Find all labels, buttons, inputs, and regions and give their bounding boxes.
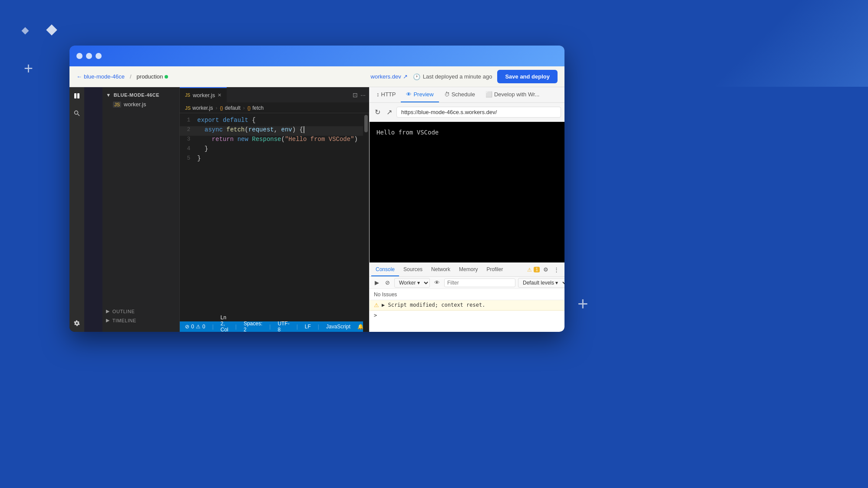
editor-scrollbar[interactable] [363,113,369,332]
line-code-1[interactable]: export default { [197,117,255,124]
status-encoding: UTF-8 [277,321,289,332]
status-language: JavaScript [326,324,350,330]
breadcrumb-fetch: {} fetch [248,105,264,111]
develop-icon: ⬜ [485,91,492,98]
devtools-panel: ↕ HTTP 👁 Preview ⏱ Schedule ⬜ Develop wi… [369,87,564,332]
console-tab-network[interactable]: Network [427,263,455,276]
console-stop-button[interactable]: ⊘ [383,278,392,287]
console-more-button[interactable]: ⋮ [552,265,561,274]
devtools-tab-preview[interactable]: 👁 Preview [401,87,439,102]
nav-back-link[interactable]: ← blue-mode-46ce [76,73,125,80]
status-sep-5: | [318,324,319,330]
code-line-1: 1 export default { [180,117,369,126]
console-tab-actions: ⚠ 1 ⚙ ⋮ [525,263,563,276]
console-tab-memory[interactable]: Memory [455,263,482,276]
line-code-2[interactable]: async fetch(request, env) { [197,126,308,133]
tab-filename: worker.js [193,92,215,98]
main-window: ← blue-mode-46ce / production workers.de… [69,46,564,332]
console-settings-button[interactable]: ⚙ [541,265,550,274]
console-play-button[interactable]: ▶ [373,278,381,287]
sidebar-icon-search[interactable] [72,108,82,118]
console-message-warning: ⚠ ▶ Script modified; context reset. [370,300,564,311]
console-eye-button[interactable]: 👁 [432,278,442,287]
error-count: 0 [191,324,194,330]
warning-badge: 1 [534,267,540,272]
error-icon: ⊘ [185,324,189,330]
url-input[interactable] [396,107,561,118]
sidebar-icon-explorer[interactable] [72,91,82,101]
timeline-section[interactable]: ▶ TIMELINE [106,316,176,325]
nav-project-name[interactable]: blue-mode-46ce [84,73,125,80]
console-panel: Console Sources Network Memory Profiler [370,262,564,332]
clock-icon: 🕐 [413,73,420,80]
line-code-3[interactable]: return new Response("Hello from VSCode") [197,136,358,143]
devtools-urlbar: ↻ ↗ [370,103,564,122]
http-label: HTTP [381,91,396,98]
outline-label: OUTLINE [112,309,135,314]
devtools-tab-http[interactable]: ↕ HTTP [371,87,401,102]
profiler-tab-label: Profiler [486,266,503,272]
warning-icon: ⚠ [196,324,201,330]
js-file-icon: JS [113,102,121,108]
scrollbar-thumb[interactable] [364,115,368,132]
console-message-text: ▶ Script modified; context reset. [382,302,485,308]
more-actions-icon[interactable]: ··· [360,92,366,98]
split-editor-icon[interactable]: ⊡ [353,92,358,98]
console-toolbar: ▶ ⊘ Worker ▾ 👁 Default levels ▾ ⚙ [370,277,564,289]
line-code-5[interactable]: } [197,155,201,162]
console-filter-input[interactable] [444,278,515,287]
line-code-4[interactable]: } [197,145,208,152]
main-content: ▼ BLUE-MODE-46CE JS worker.js ▶ OUTLINE … [69,87,564,332]
status-eol: LF [305,324,311,330]
workers-dev-link[interactable]: workers.dev ↗ [371,73,408,80]
traffic-light-green [96,53,102,59]
tab-close-button[interactable]: ✕ [218,92,221,98]
status-sep-3: | [269,324,271,330]
devtools-top-tabs: ↕ HTTP 👁 Preview ⏱ Schedule ⬜ Develop wi… [370,87,564,103]
save-deploy-button[interactable]: Save and deploy [497,70,558,83]
svg-point-2 [75,111,78,115]
status-sep-4: | [297,324,298,330]
folder-blue-mode[interactable]: ▼ BLUE-MODE-46CE [102,91,179,99]
memory-tab-label: Memory [459,266,478,272]
http-icon: ↕ [376,91,380,98]
editor-tabs: JS worker.js ✕ ⊡ ··· [180,87,369,103]
status-sep-1: | [212,324,214,330]
diamond-decoration-2 [46,24,57,35]
plus-decoration-1: + [24,61,33,76]
code-line-4: 4 } [180,145,369,155]
console-tab-sources[interactable]: Sources [399,263,427,276]
no-issues-text: No Issues [374,291,397,298]
folder-name: BLUE-MODE-46CE [114,92,160,98]
outline-section[interactable]: ▶ OUTLINE [106,307,176,316]
level-select[interactable]: Default levels ▾ [518,278,564,288]
schedule-icon: ⏱ [444,91,450,98]
devtools-tab-schedule[interactable]: ⏱ Schedule [439,87,480,102]
editor-tab-actions: ⊡ ··· [349,87,369,102]
console-tab-profiler[interactable]: Profiler [482,263,507,276]
no-issues-bar: No Issues [370,289,564,300]
breadcrumb-func-icon-1: {} [220,105,223,111]
title-bar [69,46,564,66]
code-content: 1 export default { 2 async fetch(request… [180,113,369,321]
url-refresh-button[interactable]: ↻ [373,106,382,118]
devtools-tab-develop[interactable]: ⬜ Develop with Wr... [480,87,545,102]
file-worker-js[interactable]: JS worker.js [102,99,179,109]
env-label: production [137,73,163,80]
outline-chevron-icon: ▶ [106,308,110,314]
editor-tab-worker-js[interactable]: JS worker.js ✕ [180,87,227,102]
preview-icon: 👁 [406,91,412,98]
deploy-info: 🕐 Last deployed a minute ago [413,73,492,80]
sources-tab-label: Sources [403,266,422,272]
diamond-decoration-1 [22,27,29,35]
code-line-2: 2 async fetch(request, env) { [180,126,369,136]
url-external-button[interactable]: ↗ [385,106,394,118]
file-name: worker.js [124,101,146,108]
code-line-5: 5 } [180,155,369,164]
line-number-2: 2 [180,126,197,133]
sidebar-icon-settings[interactable] [72,318,82,328]
worker-select[interactable]: Worker ▾ [394,278,430,288]
console-prompt[interactable]: > [370,311,564,320]
console-tab-console[interactable]: Console [371,263,399,276]
breadcrumb-js-icon: JS [185,105,191,111]
